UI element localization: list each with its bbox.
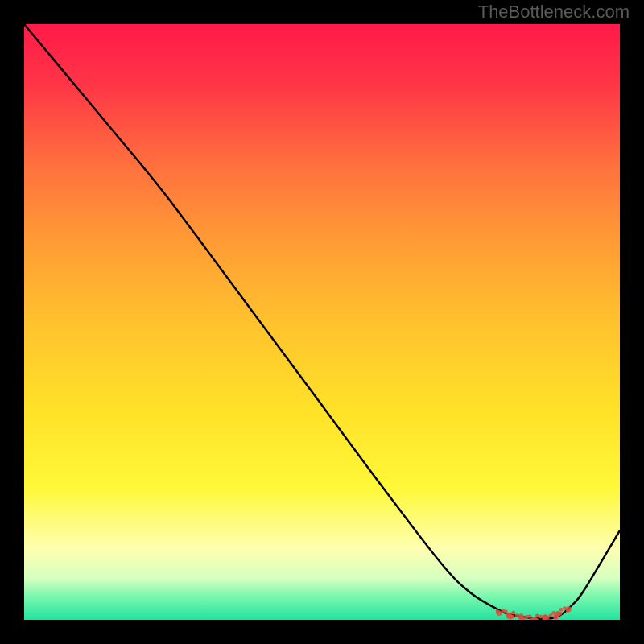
optimal-zone-markers	[496, 606, 572, 620]
watermark-text: TheBottleneck.com	[478, 2, 630, 23]
svg-point-5	[504, 609, 508, 613]
svg-point-3	[496, 609, 500, 613]
svg-point-33	[559, 612, 563, 616]
svg-point-17	[528, 614, 532, 618]
plot-area	[24, 24, 620, 620]
svg-point-9	[510, 615, 514, 619]
svg-point-20	[535, 613, 539, 617]
svg-point-15	[519, 616, 523, 620]
bottleneck-curve	[24, 24, 620, 619]
svg-point-29	[551, 611, 555, 615]
svg-point-8	[511, 611, 515, 615]
chart-root: TheBottleneck.com	[0, 0, 644, 644]
svg-point-35	[563, 606, 567, 610]
svg-point-23	[539, 615, 543, 619]
svg-point-32	[559, 608, 564, 612]
svg-point-27	[543, 614, 547, 618]
svg-point-36	[566, 609, 570, 613]
chart-svg	[24, 24, 620, 620]
svg-point-11	[515, 613, 519, 617]
